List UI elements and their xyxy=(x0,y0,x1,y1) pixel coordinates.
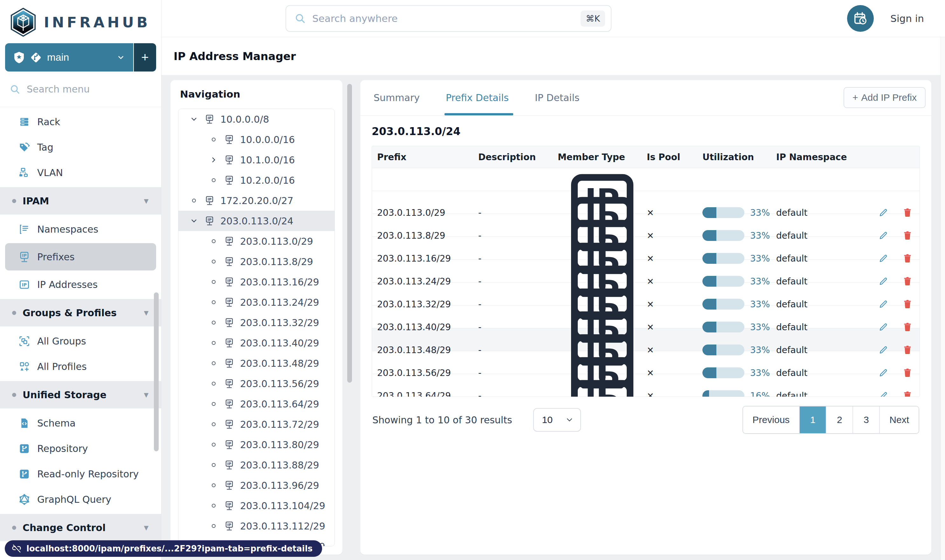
delete-icon[interactable] xyxy=(902,231,913,241)
edit-icon[interactable] xyxy=(878,276,888,286)
table-row-203-0-113-0-29[interactable]: 203.0.113.0/29 - IP ✕ 33% default xyxy=(372,168,920,191)
tree-item-203-0-113-24-29[interactable]: IP 203.0.113.24/29 xyxy=(178,292,335,312)
edit-icon[interactable] xyxy=(878,231,888,241)
sidebar-item-graphql-query[interactable]: GraphQL Query xyxy=(0,486,161,512)
tree-item-10-1-0-0-16[interactable]: IP 10.1.0.0/16 xyxy=(178,150,335,170)
edit-icon[interactable] xyxy=(878,208,888,218)
sidebar-item-all-groups[interactable]: All Groups xyxy=(0,328,161,354)
leaf-bullet xyxy=(212,443,216,446)
chevron-right-icon[interactable] xyxy=(209,156,219,164)
delete-icon[interactable] xyxy=(902,391,913,397)
prefix-details-card: SummaryPrefix DetailsIP Details + Add IP… xyxy=(360,80,931,555)
cell-utilization: 33% xyxy=(702,276,776,287)
sidebar-section-change-control[interactable]: Change Control ▼ xyxy=(0,514,161,541)
tree-item-203-0-113-80-29[interactable]: IP 203.0.113.80/29 xyxy=(178,434,335,455)
cell-ip-namespace: default xyxy=(776,253,872,264)
page-size-select[interactable]: 10 xyxy=(533,408,581,432)
prefix-icon: IP xyxy=(224,501,234,511)
sidebar-item-namespaces[interactable]: Namespaces xyxy=(0,217,161,242)
sidebar-item-repository[interactable]: Repository xyxy=(0,436,161,461)
sidebar-section-groups-profiles[interactable]: Groups & Profiles ▼ xyxy=(0,299,161,326)
tree-item-203-0-113-56-29[interactable]: IP 203.0.113.56/29 xyxy=(178,374,335,394)
edit-icon[interactable] xyxy=(878,391,888,397)
tree-item-203-0-113-8-29[interactable]: IP 203.0.113.8/29 xyxy=(178,251,335,272)
add-branch-button[interactable]: + xyxy=(133,43,156,72)
navigation-scrollbar-thumb[interactable] xyxy=(347,84,352,383)
cell-is-pool: ✕ xyxy=(647,345,702,355)
tree-item-10-2-0-0-16[interactable]: IP 10.2.0.0/16 xyxy=(178,170,335,190)
chevron-down-icon[interactable] xyxy=(189,217,199,225)
delete-icon[interactable] xyxy=(902,276,913,286)
tree-item-203-0-113-88-29[interactable]: IP 203.0.113.88/29 xyxy=(178,455,335,475)
branch-selector[interactable]: main xyxy=(5,43,133,72)
column-header-utilization: Utilization xyxy=(702,152,776,162)
edit-icon[interactable] xyxy=(878,345,888,355)
tab-ip-details[interactable]: IP Details xyxy=(535,80,579,115)
sidebar-item-prefixes[interactable]: IP Prefixes xyxy=(5,243,156,271)
page-button-2[interactable]: 2 xyxy=(826,406,853,433)
svg-text:IP: IP xyxy=(227,156,231,161)
page-button-1[interactable]: 1 xyxy=(799,406,826,433)
cell-ip-namespace: default xyxy=(776,391,872,397)
cell-prefix: 203.0.113.48/29 xyxy=(377,345,478,355)
edit-icon[interactable] xyxy=(878,368,888,378)
delete-icon[interactable] xyxy=(902,322,913,332)
previous-page-button[interactable]: Previous xyxy=(743,406,799,433)
chevron-down-icon[interactable] xyxy=(189,115,199,123)
edit-icon[interactable] xyxy=(878,322,888,332)
tree-item-label: 203.0.113.24/29 xyxy=(240,297,319,308)
sidebar-item-ip-addresses[interactable]: IP IP Addresses xyxy=(0,272,161,297)
next-page-button[interactable]: Next xyxy=(879,406,919,433)
tree-item-203-0-113-96-29[interactable]: IP 203.0.113.96/29 xyxy=(178,475,335,495)
sidebar-item-read-only-repository[interactable]: Read-only Repository xyxy=(0,461,161,486)
prefix-table: PrefixDescriptionMember TypeIs PoolUtili… xyxy=(372,146,920,397)
sidebar-item-all-profiles[interactable]: All Profiles xyxy=(0,354,161,379)
infrahub-logo[interactable]: INFRAHUB xyxy=(0,0,161,43)
tree-item-203-0-113-104-29[interactable]: IP 203.0.113.104/29 xyxy=(178,495,335,516)
cell-utilization: 33% xyxy=(702,253,776,264)
tree-item-203-0-113-0-29[interactable]: IP 203.0.113.0/29 xyxy=(178,231,335,251)
edit-icon[interactable] xyxy=(878,253,888,263)
add-ip-prefix-button[interactable]: + Add IP Prefix xyxy=(843,87,926,108)
tree-item-203-0-113-16-29[interactable]: IP 203.0.113.16/29 xyxy=(178,272,335,292)
sign-in-link[interactable]: Sign in xyxy=(890,13,924,24)
tab-prefix-details[interactable]: Prefix Details xyxy=(446,80,509,115)
global-search-input[interactable]: Search anywhere ⌘K xyxy=(285,5,612,32)
sidebar-item-label: Tag xyxy=(37,142,53,153)
delete-icon[interactable] xyxy=(902,208,913,218)
prefix-icon: IP xyxy=(224,419,234,429)
delete-icon[interactable] xyxy=(902,299,913,309)
delete-icon[interactable] xyxy=(902,368,913,378)
tree-item-label: 203.0.113.88/29 xyxy=(240,460,319,471)
navigation-scrollbar[interactable] xyxy=(347,80,353,555)
tree-item-203-0-113-32-29[interactable]: IP 203.0.113.32/29 xyxy=(178,312,335,333)
schedule-avatar-button[interactable] xyxy=(847,5,874,32)
sidebar-section-ipam[interactable]: IPAM ▼ xyxy=(0,187,161,215)
page-scrollbar[interactable] xyxy=(940,37,945,560)
utilization-percent: 33% xyxy=(750,368,770,378)
tree-item-203-0-113-48-29[interactable]: IP 203.0.113.48/29 xyxy=(178,353,335,374)
sidebar-section-unified-storage[interactable]: Unified Storage ▼ xyxy=(0,381,161,408)
sidebar-item-vlan[interactable]: VLAN xyxy=(0,160,161,185)
sidebar-item-schema[interactable]: Schema xyxy=(0,410,161,436)
tree-item-label: 203.0.113.0/29 xyxy=(240,236,313,247)
tree-item-203-0-113-40-29[interactable]: IP 203.0.113.40/29 xyxy=(178,333,335,353)
delete-icon[interactable] xyxy=(902,345,913,355)
tree-item-10-0-0-0-8[interactable]: IP 10.0.0.0/8 xyxy=(178,109,335,129)
tree-item-10-0-0-0-16[interactable]: IP 10.0.0.0/16 xyxy=(178,129,335,150)
tree-item-203-0-113-112-29[interactable]: IP 203.0.113.112/29 xyxy=(178,516,335,536)
tab-summary[interactable]: Summary xyxy=(374,80,420,115)
tree-item-203-0-113-0-24[interactable]: IP 203.0.113.0/24 xyxy=(178,211,335,231)
page-button-3[interactable]: 3 xyxy=(853,406,879,433)
sidebar-search-input[interactable]: Search menu xyxy=(0,72,161,107)
tree-item-172-20-20-0-27[interactable]: IP 172.20.20.0/27 xyxy=(178,190,335,211)
sidebar-item-tag[interactable]: Tag xyxy=(0,134,161,160)
chevron-down-icon xyxy=(565,415,574,424)
leaf-bullet xyxy=(212,463,216,467)
edit-icon[interactable] xyxy=(878,299,888,309)
tree-item-203-0-113-72-29[interactable]: IP 203.0.113.72/29 xyxy=(178,414,335,434)
sidebar-item-rack[interactable]: Rack xyxy=(0,109,161,134)
delete-icon[interactable] xyxy=(902,253,913,263)
tree-item-203-0-113-64-29[interactable]: IP 203.0.113.64/29 xyxy=(178,394,335,414)
sidebar-scrollbar-thumb[interactable] xyxy=(154,292,159,451)
